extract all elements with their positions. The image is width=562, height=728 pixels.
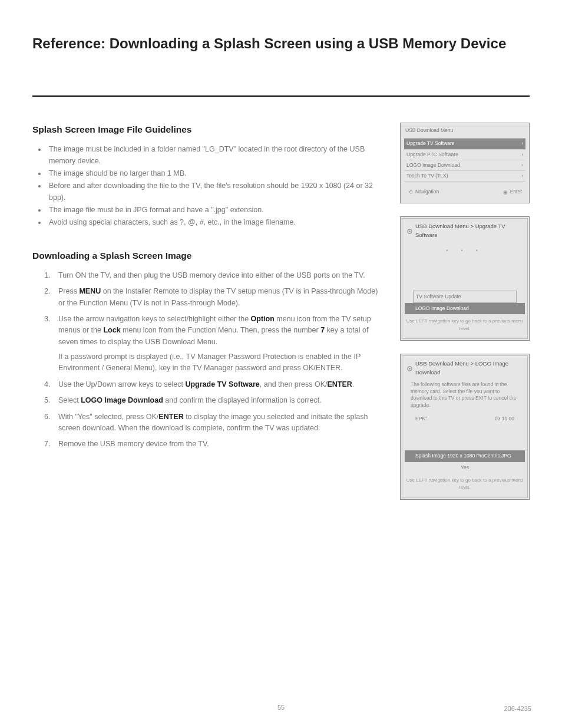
fig2-caption: Use LEFT navigation key to go back to a … (405, 314, 525, 332)
steps-list-cont: Use the Up/Down arrow keys to select Upg… (32, 379, 385, 450)
note-block: If a password prompt is displayed (i.e.,… (32, 351, 385, 374)
fig1-title: USB Download Menu (404, 127, 525, 134)
enter-key: ENTER (158, 413, 183, 421)
menu-key: MENU (79, 287, 101, 295)
steps-list: Turn ON the TV, and then plug the USB me… (32, 270, 385, 348)
fig-usb-download-menu: USB Download Menu Upgrade TV Software› U… (400, 123, 530, 203)
enter-icon: ◉ (503, 189, 508, 195)
guidelines-list: The image must be included in a folder n… (32, 144, 385, 229)
fig2-title: USB Download Menu > Upgrade TV Software (415, 222, 523, 239)
fig2-dots: • • • (405, 243, 525, 258)
fig3-desc: The following software files are found i… (405, 380, 525, 413)
fig3-epk-row: EPK:03.11.00 (405, 413, 525, 424)
menu-row[interactable]: Upgrade PTC Software› (404, 149, 525, 160)
fig3-title: USB Download Menu > LOGO Image Download (415, 360, 523, 377)
fig1-footer: ⟲Navigation ◉Enter (404, 185, 525, 197)
step-item: Select LOGO Image Download and confirm t… (52, 395, 385, 406)
fig3-yes-row[interactable]: Yes (405, 462, 525, 473)
step-item: Press MENU on the Installer Remote to di… (52, 286, 385, 309)
fig3-caption: Use LEFT navigation key to go back to a … (405, 473, 525, 492)
enter-key: ENTER (327, 380, 352, 388)
gear-icon (407, 228, 412, 233)
logo-key: LOGO Image Download (81, 396, 163, 404)
bullet-item: The image must be included in a folder n… (47, 144, 385, 167)
page-number: 55 (277, 703, 285, 713)
section1-heading: Splash Screen Image File Guidelines (32, 123, 385, 137)
svg-point-1 (409, 231, 410, 232)
fig-upgrade-tv-software: USB Download Menu > Upgrade TV Software … (400, 216, 530, 341)
fig-logo-image-download: USB Download Menu > LOGO Image Download … (400, 354, 530, 500)
lock-key: Lock (103, 326, 120, 334)
rule (32, 95, 530, 97)
section2-heading: Downloading a Splash Screen Image (32, 249, 385, 263)
bullet-item: Avoid using special characters, such as … (47, 217, 385, 228)
menu-row[interactable]: Teach To TV (TLX)› (404, 170, 525, 182)
menu-row-selected[interactable]: Upgrade TV Software› (404, 138, 525, 149)
menu-row[interactable]: TV Software Update (413, 291, 517, 303)
fig3-file-row-selected[interactable]: Splash Image 1920 x 1080 ProCentric.JPG (405, 450, 525, 462)
upgrade-key: Upgrade TV Software (185, 380, 259, 388)
menu-row[interactable]: LOGO Image Download› (404, 160, 525, 170)
gear-icon (407, 365, 412, 371)
svg-point-3 (409, 368, 410, 370)
step-item: Turn ON the TV, and then plug the USB me… (52, 270, 385, 281)
page-title: Reference: Downloading a Splash Screen u… (32, 32, 530, 54)
bullet-item: The image should be no larger than 1 MB. (47, 168, 385, 179)
step-item: Use the Up/Down arrow keys to select Upg… (52, 379, 385, 390)
bullet-item: Before and after downloading the file to… (47, 180, 385, 203)
option-key: Option (251, 315, 275, 323)
step-item: With "Yes" selected, press OK/ENTER to d… (52, 411, 385, 434)
figures-column: USB Download Menu Upgrade TV Software› U… (400, 123, 530, 512)
doc-id: 206‑4235 (504, 704, 532, 714)
step-item: Remove the USB memory device from the TV… (52, 439, 385, 450)
menu-row-selected[interactable]: LOGO Image Download (405, 303, 525, 314)
bullet-item: The image file must be in JPG format and… (47, 205, 385, 216)
main-text-column: Splash Screen Image File Guidelines The … (32, 123, 385, 512)
nav-icon: ⟲ (408, 189, 414, 195)
step-item: Use the arrow navigation keys to select/… (52, 314, 385, 348)
